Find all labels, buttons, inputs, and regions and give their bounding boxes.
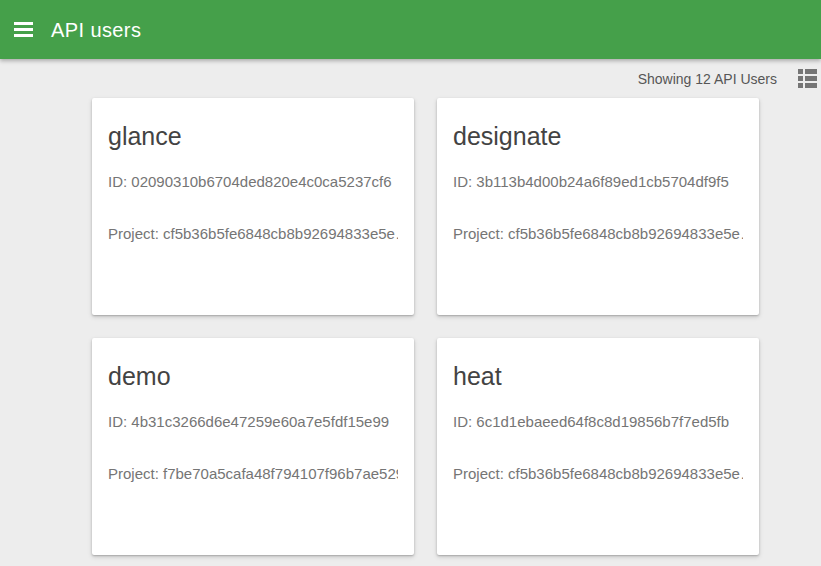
card-title: heat (453, 362, 743, 390)
page-title: API users (51, 20, 141, 40)
api-user-card[interactable]: designate ID: 3b113b4d00b24a6f89ed1cb570… (437, 98, 759, 315)
card-title: designate (453, 122, 743, 150)
app-header: API users (0, 0, 821, 59)
card-id: ID: 6c1d1ebaeed64f8c8d19856b7f7ed5fb (453, 411, 743, 432)
card-project: Project: cf5b36b5fe6848cb8b92694833e5e… (108, 223, 398, 244)
card-title: demo (108, 362, 398, 390)
card-id: ID: 02090310b6704ded820e4c0ca5237cf6 (108, 171, 398, 192)
api-user-card[interactable]: heat ID: 6c1d1ebaeed64f8c8d19856b7f7ed5f… (437, 338, 759, 555)
card-project: Project: f7be70a5cafa48f794107f96b7ae529… (108, 463, 398, 484)
card-id: ID: 4b31c3266d6e47259e60a7e5fdf15e99 (108, 411, 398, 432)
table-view-toggle-button[interactable] (798, 69, 817, 88)
view-list-icon (798, 69, 817, 88)
api-user-card[interactable]: demo ID: 4b31c3266d6e47259e60a7e5fdf15e9… (92, 338, 414, 555)
results-toolbar: Showing 12 API Users (0, 59, 821, 98)
results-count-text: Showing 12 API Users (638, 71, 777, 87)
card-project: Project: cf5b36b5fe6848cb8b92694833e5e… (453, 223, 743, 244)
api-user-card[interactable]: glance ID: 02090310b6704ded820e4c0ca5237… (92, 98, 414, 315)
card-project: Project: cf5b36b5fe6848cb8b92694833e5e… (453, 463, 743, 484)
card-title: glance (108, 122, 398, 150)
card-id: ID: 3b113b4d00b24a6f89ed1cb5704df9f5 (453, 171, 743, 192)
menu-button[interactable] (14, 22, 34, 37)
card-grid: glance ID: 02090310b6704ded820e4c0ca5237… (92, 98, 759, 555)
